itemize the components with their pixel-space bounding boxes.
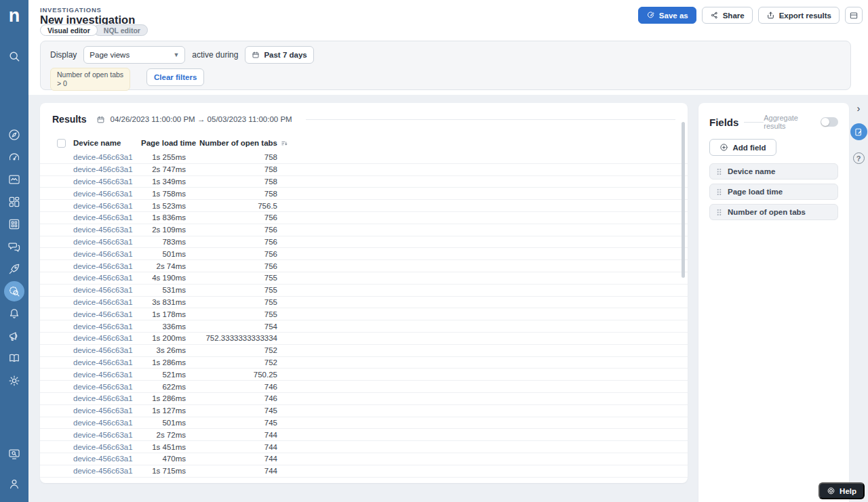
report-grid-icon[interactable] <box>4 214 24 234</box>
table-row: device-456c63a1 3s 831ms 755 <box>40 297 688 309</box>
device-name-link[interactable]: device-456c63a1 <box>73 383 141 391</box>
results-card: Results 04/26/2023 11:00:00 PM → 05/03/2… <box>40 103 688 483</box>
column-header-device-name[interactable]: Device name <box>73 139 141 147</box>
device-name-link[interactable]: device-456c63a1 <box>73 467 141 475</box>
device-name-link[interactable]: device-456c63a1 <box>73 190 141 198</box>
search-icon[interactable] <box>4 46 24 66</box>
device-name-link[interactable]: device-456c63a1 <box>73 431 141 439</box>
table-scrollbar[interactable] <box>682 122 685 278</box>
device-name-link[interactable]: device-456c63a1 <box>73 274 141 282</box>
chart-card-icon[interactable] <box>4 169 24 190</box>
device-name-link[interactable]: device-456c63a1 <box>73 177 141 186</box>
collapse-panel-chevron-icon[interactable]: › <box>857 103 861 114</box>
table-row: device-456c63a1 2s 72ms 744 <box>40 429 688 441</box>
filter-chip-open-tabs[interactable]: Number of open tabs > 0 <box>50 68 130 91</box>
device-name-link[interactable]: device-456c63a1 <box>73 262 141 270</box>
plus-circle-icon <box>719 143 728 152</box>
device-name-link[interactable]: device-456c63a1 <box>73 298 141 306</box>
field-item[interactable]: Number of open tabs <box>709 204 838 220</box>
share-button[interactable]: Share <box>702 7 753 24</box>
device-name-link[interactable]: device-456c63a1 <box>73 455 141 463</box>
field-item[interactable]: Device name <box>709 163 838 180</box>
page-load-time-value: 1s 286ms <box>141 358 186 367</box>
device-name-link[interactable]: device-456c63a1 <box>73 286 141 294</box>
launch-rocket-icon[interactable] <box>4 259 24 279</box>
clipboard-edit-icon <box>854 127 863 137</box>
table-row: device-456c63a1 2s 109ms 756 <box>40 224 688 236</box>
settings-gear-icon[interactable] <box>4 371 24 391</box>
date-range-button[interactable]: Past 7 days <box>245 46 313 64</box>
breadcrumb[interactable]: INVESTIGATIONS <box>40 6 102 14</box>
export-results-button[interactable]: Export results <box>758 7 840 24</box>
add-field-button[interactable]: Add field <box>709 139 776 156</box>
campaign-icon[interactable] <box>4 326 24 346</box>
sort-icon[interactable] <box>281 140 688 147</box>
table-row: device-456c63a1 4s 190ms 755 <box>40 272 688 285</box>
open-tabs-value: 756 <box>186 213 277 222</box>
layout-blocks-icon[interactable] <box>4 192 24 212</box>
column-header-open-tabs[interactable]: Number of open tabs <box>186 139 277 147</box>
dashboard-gauge-icon[interactable] <box>4 147 24 167</box>
field-item[interactable]: Page load time <box>709 184 838 200</box>
aggregate-results-toggle[interactable] <box>821 117 838 127</box>
device-name-link[interactable]: device-456c63a1 <box>73 394 141 402</box>
edit-notes-button[interactable] <box>850 123 867 140</box>
device-name-link[interactable]: device-456c63a1 <box>73 238 141 246</box>
remote-desktop-icon[interactable] <box>4 444 24 464</box>
explore-compass-icon[interactable] <box>4 125 24 145</box>
page-load-time-value: 521ms <box>141 371 186 379</box>
date-end: 05/03/2023 11:00:00 PM <box>208 115 292 123</box>
open-tabs-value: 758 <box>186 190 277 198</box>
page-load-time-value: 1s 836ms <box>141 213 186 222</box>
table-row: device-456c63a1 1s 715ms 744 <box>40 465 688 478</box>
device-name-link[interactable]: device-456c63a1 <box>73 334 141 342</box>
library-book-icon[interactable] <box>4 348 24 369</box>
account-person-icon[interactable] <box>4 474 24 494</box>
drag-handle-icon <box>717 188 722 196</box>
clear-filters-button[interactable]: Clear filters <box>146 68 204 86</box>
display-select[interactable]: Page views ▼ <box>83 46 185 64</box>
page-load-time-value: 1s 758ms <box>141 190 186 198</box>
page-load-time-value: 1s 523ms <box>141 202 186 210</box>
investigations-icon[interactable] <box>4 281 24 301</box>
drag-handle-icon <box>717 168 722 175</box>
calendar-icon <box>92 115 105 124</box>
save-as-button[interactable]: Save as <box>638 7 696 24</box>
device-name-link[interactable]: device-456c63a1 <box>73 250 141 258</box>
device-name-link[interactable]: device-456c63a1 <box>73 213 141 222</box>
tab-nql-editor[interactable]: NQL editor <box>94 24 148 36</box>
table-row: device-456c63a1 501ms 756 <box>40 248 688 260</box>
sidebar-bottom <box>4 444 24 494</box>
open-tabs-value: 744 <box>186 455 277 463</box>
share-label: Share <box>723 12 745 20</box>
device-name-link[interactable]: device-456c63a1 <box>73 346 141 354</box>
device-name-link[interactable]: device-456c63a1 <box>73 443 141 451</box>
device-name-link[interactable]: device-456c63a1 <box>73 358 141 367</box>
device-name-link[interactable]: device-456c63a1 <box>73 153 141 161</box>
column-header-page-load-time[interactable]: Page load time <box>141 139 186 147</box>
tab-visual-editor[interactable]: Visual editor <box>40 24 98 36</box>
device-name-link[interactable]: device-456c63a1 <box>73 322 141 331</box>
messages-icon[interactable] <box>4 236 24 257</box>
panel-toggle-button[interactable] <box>845 7 863 24</box>
device-name-link[interactable]: device-456c63a1 <box>73 310 141 318</box>
device-name-link[interactable]: device-456c63a1 <box>73 165 141 173</box>
results-title: Results <box>52 114 87 125</box>
top-header: INVESTIGATIONS New investigation Save as… <box>28 0 868 95</box>
table-row: device-456c63a1 1s 523ms 756.5 <box>40 200 688 212</box>
alerts-bell-icon[interactable] <box>4 304 24 324</box>
help-circle-icon[interactable]: ? <box>853 152 865 164</box>
device-name-link[interactable]: device-456c63a1 <box>73 202 141 210</box>
help-button[interactable]: Help <box>818 482 865 499</box>
open-tabs-value: 745 <box>186 406 277 415</box>
device-name-link[interactable]: device-456c63a1 <box>73 419 141 427</box>
calendar-icon <box>252 51 260 59</box>
select-all-checkbox[interactable] <box>57 139 66 148</box>
active-during-label: active during <box>192 50 238 60</box>
page-load-time-value: 4s 190ms <box>141 274 186 282</box>
app-logo[interactable]: n <box>9 5 20 26</box>
device-name-link[interactable]: device-456c63a1 <box>73 371 141 379</box>
device-name-link[interactable]: device-456c63a1 <box>73 226 141 234</box>
open-tabs-value: 756 <box>186 262 277 270</box>
device-name-link[interactable]: device-456c63a1 <box>73 406 141 415</box>
